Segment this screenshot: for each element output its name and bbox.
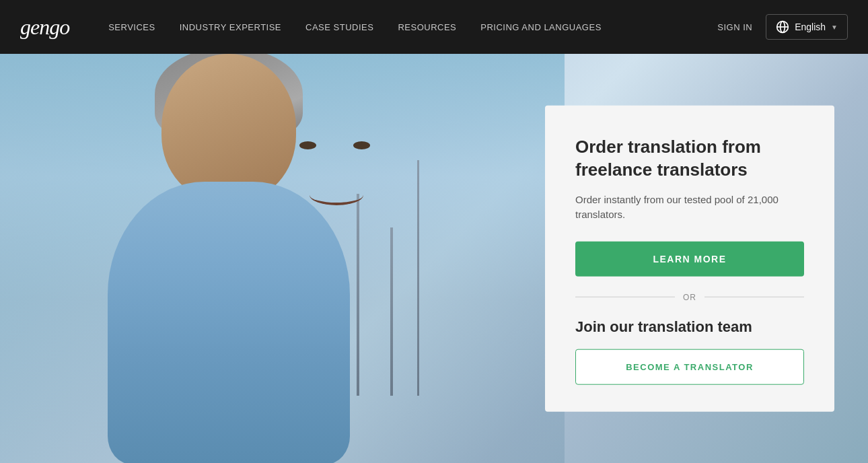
chevron-down-icon: ▼	[831, 24, 838, 31]
mast-3	[417, 160, 419, 396]
nav-pricing-languages[interactable]: PRICING AND LANGUAGES	[468, 0, 614, 54]
divider-line-left	[575, 297, 675, 297]
divider-line-right	[704, 297, 804, 297]
person-body	[108, 182, 350, 463]
divider-or-text: OR	[683, 292, 696, 301]
hero-card: Order translation from freelance transla…	[545, 106, 834, 412]
card-title: Order translation from freelance transla…	[575, 136, 804, 182]
divider-row: OR	[575, 292, 804, 301]
join-title: Join our translation team	[575, 318, 804, 335]
logo[interactable]: gengo	[20, 15, 69, 40]
language-selector[interactable]: English ▼	[766, 14, 848, 40]
person-right-eye	[353, 141, 370, 149]
nav-links: SERVICES INDUSTRY EXPERTISE CASE STUDIES…	[96, 0, 717, 54]
hero-person	[54, 54, 404, 463]
become-translator-button[interactable]: BECOME A TRANSLATOR	[575, 349, 804, 384]
navbar-right: SIGN IN English ▼	[717, 14, 848, 40]
nav-services[interactable]: SERVICES	[96, 0, 168, 54]
hero-section: Order translation from freelance transla…	[0, 54, 868, 463]
logo-text: gengo	[20, 15, 69, 39]
globe-icon	[776, 20, 789, 34]
card-subtitle: Order instantly from our tested pool of …	[575, 192, 804, 222]
language-label: English	[795, 22, 826, 32]
person-left-eye	[299, 141, 316, 149]
nav-resources[interactable]: RESOURCES	[386, 0, 468, 54]
nav-industry-expertise[interactable]: INDUSTRY EXPERTISE	[168, 0, 293, 54]
sign-in-link[interactable]: SIGN IN	[717, 22, 752, 32]
learn-more-button[interactable]: LEARN MORE	[575, 241, 804, 276]
navbar: gengo SERVICES INDUSTRY EXPERTISE CASE S…	[0, 0, 868, 54]
person-smile	[310, 185, 363, 205]
person-head	[161, 54, 296, 202]
nav-case-studies[interactable]: CASE STUDIES	[293, 0, 386, 54]
